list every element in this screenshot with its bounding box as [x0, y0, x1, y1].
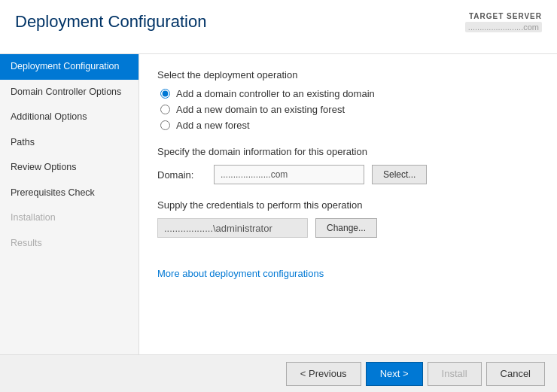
header: Deployment Configuration TARGET SERVER .… — [0, 0, 557, 54]
sidebar-item-paths[interactable]: Paths — [0, 130, 138, 156]
sidebar: Deployment Configuration Domain Controll… — [0, 54, 139, 354]
credentials-section-label: Supply the credentials to perform this o… — [157, 199, 539, 211]
domain-row: Domain: Select... — [157, 165, 539, 184]
sidebar-item-installation: Installation — [0, 205, 138, 231]
operation-section-label: Select the deployment operation — [157, 69, 539, 81]
domain-label: Domain: — [157, 169, 206, 181]
domain-input[interactable] — [214, 165, 364, 184]
radio-add-new-domain[interactable]: Add a new domain to an existing forest — [160, 104, 539, 115]
sidebar-item-deployment-configuration[interactable]: Deployment Configuration — [0, 54, 138, 80]
sidebar-item-review-options[interactable]: Review Options — [0, 155, 138, 181]
server-info: TARGET SERVER ........................co… — [465, 12, 542, 32]
server-name: ........................com — [465, 22, 542, 32]
sidebar-item-results: Results — [0, 231, 138, 257]
change-button[interactable]: Change... — [315, 218, 377, 238]
domain-section: Specify the domain information for this … — [157, 146, 539, 184]
sidebar-item-additional-options[interactable]: Additional Options — [0, 105, 138, 130]
radio-add-forest[interactable]: Add a new forest — [160, 120, 539, 131]
next-button[interactable]: Next > — [366, 362, 423, 386]
radio-add-forest-label: Add a new forest — [176, 120, 250, 131]
select-button[interactable]: Select... — [372, 165, 427, 184]
credentials-row: ..................\administrator Change.… — [157, 218, 539, 238]
server-label: TARGET SERVER — [465, 12, 542, 20]
help-link[interactable]: More about deployment configurations — [157, 268, 324, 279]
sidebar-item-prerequisites-check[interactable]: Prerequisites Check — [0, 181, 138, 206]
credentials-value: ..................\administrator — [157, 218, 308, 238]
install-button: Install — [428, 362, 482, 386]
radio-add-existing[interactable]: Add a domain controller to an existing d… — [160, 88, 539, 99]
radio-add-new-domain-label: Add a new domain to an existing forest — [176, 104, 345, 115]
radio-add-forest-input[interactable] — [160, 120, 170, 130]
previous-button[interactable]: < Previous — [286, 362, 361, 386]
cancel-button[interactable]: Cancel — [486, 362, 545, 386]
radio-add-new-domain-input[interactable] — [160, 105, 170, 114]
content-area: Select the deployment operation Add a do… — [139, 54, 557, 354]
main-area: Deployment Configuration Domain Controll… — [0, 54, 557, 354]
radio-add-existing-input[interactable] — [160, 89, 170, 99]
credentials-section: Supply the credentials to perform this o… — [157, 199, 539, 238]
footer: < Previous Next > Install Cancel — [0, 354, 557, 392]
radio-add-existing-label: Add a domain controller to an existing d… — [176, 88, 375, 99]
sidebar-item-domain-controller-options[interactable]: Domain Controller Options — [0, 80, 138, 105]
domain-section-label: Specify the domain information for this … — [157, 146, 539, 157]
page-title: Deployment Configuration — [15, 12, 206, 32]
radio-group-operation: Add a domain controller to an existing d… — [157, 88, 539, 131]
